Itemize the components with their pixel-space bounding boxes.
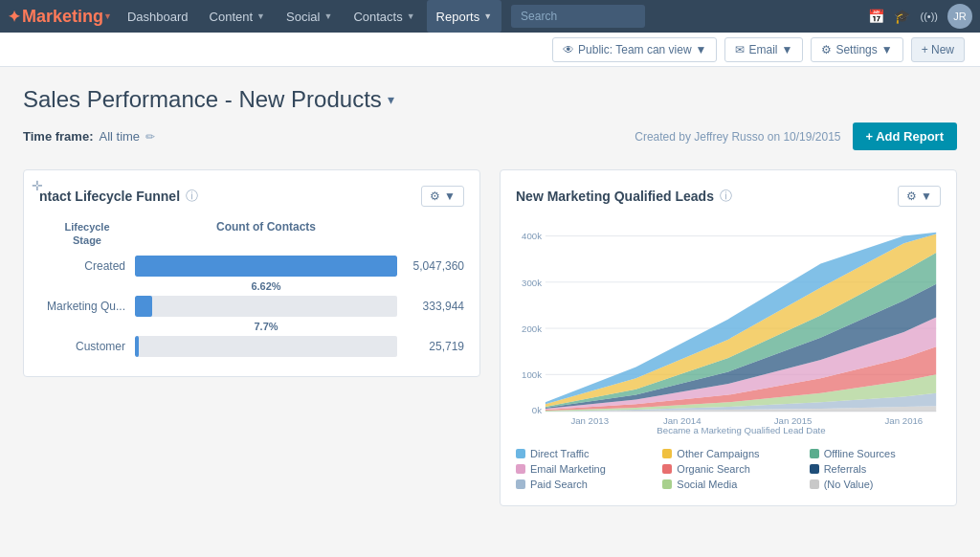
drag-handle-icon[interactable]: ✛ xyxy=(32,178,43,193)
nav-label-social: Social xyxy=(286,10,320,24)
search-input[interactable] xyxy=(511,5,645,28)
nav-item-reports[interactable]: Reports ▼ xyxy=(427,0,501,33)
legend-direct-traffic: Direct Traffic xyxy=(516,448,647,459)
legend-label-referrals: Referrals xyxy=(824,463,867,475)
svg-text:300k: 300k xyxy=(522,278,542,288)
leads-card-title: New Marketing Qualified Leads xyxy=(516,189,714,204)
nav-item-social[interactable]: Social ▼ xyxy=(277,0,342,33)
funnel-pct-spacer-1 xyxy=(39,280,135,292)
nav-item-content[interactable]: Content ▼ xyxy=(200,0,275,33)
leads-gear-button[interactable]: ⚙ ▼ xyxy=(898,186,941,207)
cards-row: ✛ ntact Lifecycle Funnel ⓘ ⚙ ▼ Lifecycle… xyxy=(23,169,957,506)
funnel-gear-chevron-icon: ▼ xyxy=(444,189,456,203)
funnel-stage-created: Created xyxy=(39,259,135,273)
nav-label-dashboard: Dashboard xyxy=(127,10,189,24)
legend-other-campaigns: Other Campaigns xyxy=(662,448,793,459)
brand-logo[interactable]: ✦ Marketing ▼ xyxy=(8,7,112,27)
funnel-row-mql: Marketing Qu... 333,944 xyxy=(39,296,464,317)
funnel-title-group: ntact Lifecycle Funnel ⓘ xyxy=(39,188,198,205)
funnel-pct-bar-2: 7.7% xyxy=(135,321,397,332)
nav-item-contacts[interactable]: Contacts ▼ xyxy=(344,0,424,33)
new-button[interactable]: + New xyxy=(911,37,965,62)
legend-label-organic-search: Organic Search xyxy=(677,463,749,475)
legend-label-offline-sources: Offline Sources xyxy=(824,448,896,459)
legend-dot-referrals xyxy=(810,464,819,474)
leads-card-header: New Marketing Qualified Leads ⓘ ⚙ ▼ xyxy=(516,186,941,207)
brand-name: Marketing xyxy=(22,7,103,27)
funnel-bar-mql xyxy=(135,296,397,317)
legend-dot-no-value xyxy=(810,479,819,489)
funnel-info-icon[interactable]: ⓘ xyxy=(186,188,198,205)
funnel-pct-right-2 xyxy=(397,321,464,332)
legend-label-paid-search: Paid Search xyxy=(530,479,588,490)
email-button[interactable]: ✉ Email ▼ xyxy=(724,37,803,62)
page-title-row: Sales Performance - New Products ▾ xyxy=(23,86,957,113)
meta-right: Created by Jeffrey Russo on 10/19/2015 +… xyxy=(635,123,957,150)
legend-organic-search: Organic Search xyxy=(662,463,793,475)
edit-timeframe-icon[interactable]: ✏ xyxy=(145,130,155,144)
settings-button[interactable]: ⚙ Settings ▼ xyxy=(811,37,902,62)
page-meta-row: Time frame: All time ✏ Created by Jeffre… xyxy=(23,123,957,150)
nav-label-contacts: Contacts xyxy=(353,10,402,24)
funnel-col-count-header: Count of Contacts xyxy=(135,220,397,248)
funnel-count-created: 5,047,360 xyxy=(397,259,464,273)
svg-text:Jan 2016: Jan 2016 xyxy=(885,415,924,426)
add-report-button[interactable]: + Add Report xyxy=(853,123,958,150)
legend-dot-paid-search xyxy=(516,479,525,489)
leads-chart-svg: 400k 300k 200k 100k 0k xyxy=(516,220,941,440)
funnel-count-mql: 333,944 xyxy=(397,300,464,313)
svg-text:400k: 400k xyxy=(522,231,542,241)
settings-chevron-icon: ▼ xyxy=(881,43,893,56)
funnel-gear-button[interactable]: ⚙ ▼ xyxy=(421,186,464,207)
funnel-count-customer: 25,719 xyxy=(397,340,464,353)
new-label: + New xyxy=(922,43,954,56)
legend-dot-offline-sources xyxy=(810,449,819,458)
eye-icon: 👁 xyxy=(563,43,574,56)
funnel-data-mql: Marketing Qu... 333,944 xyxy=(39,296,464,317)
leads-gear-icon: ⚙ xyxy=(906,189,917,203)
page-title: Sales Performance - New Products xyxy=(23,86,382,113)
toolbar-bar: 👁 Public: Team can view ▼ ✉ Email ▼ ⚙ Se… xyxy=(0,33,980,67)
user-avatar[interactable]: JR xyxy=(947,4,972,29)
nav-label-content: Content xyxy=(210,10,254,24)
legend-dot-email-marketing xyxy=(516,464,525,474)
funnel-bar-created xyxy=(135,256,397,277)
settings-label: Settings xyxy=(835,43,877,56)
reports-chevron-icon: ▼ xyxy=(483,11,492,21)
legend-no-value: (No Value) xyxy=(810,479,941,490)
svg-text:Became a Marketing Qualified L: Became a Marketing Qualified Lead Date xyxy=(657,425,825,435)
legend-label-social-media: Social Media xyxy=(677,479,737,490)
leads-gear-chevron-icon: ▼ xyxy=(921,189,932,203)
legend-offline-sources: Offline Sources xyxy=(810,448,941,459)
timeframe-value: All time xyxy=(99,129,140,144)
leads-info-icon[interactable]: ⓘ xyxy=(720,188,732,205)
funnel-card-header: ntact Lifecycle Funnel ⓘ ⚙ ▼ xyxy=(39,186,464,207)
public-visibility-button[interactable]: 👁 Public: Team can view ▼ xyxy=(552,37,717,62)
funnel-fill-created xyxy=(135,256,397,277)
legend-label-email-marketing: Email Marketing xyxy=(530,463,606,475)
hubspot-icon: ✦ xyxy=(8,8,20,26)
timeframe-row: Time frame: All time ✏ xyxy=(23,129,155,144)
funnel-fill-customer xyxy=(135,336,139,357)
nav-item-dashboard[interactable]: Dashboard xyxy=(118,0,198,33)
brand-chevron-icon: ▼ xyxy=(103,11,112,21)
email-label: Email xyxy=(748,43,777,56)
calendar-icon-btn[interactable]: 📅 xyxy=(868,9,884,24)
academy-icon-btn[interactable]: 🎓 xyxy=(894,9,910,24)
top-navigation: ✦ Marketing ▼ Dashboard Content ▼ Social… xyxy=(0,0,980,33)
funnel-header-row: Lifecycle Stage Count of Contacts xyxy=(39,220,464,248)
legend-social-media: Social Media xyxy=(662,479,793,490)
legend-dot-organic-search xyxy=(662,464,672,474)
funnel-card: ✛ ntact Lifecycle Funnel ⓘ ⚙ ▼ Lifecycle… xyxy=(23,169,480,377)
funnel-pct-spacer-2 xyxy=(39,321,135,332)
avatar-initials: JR xyxy=(953,11,966,22)
notifications-icon-btn[interactable]: ((•)) xyxy=(920,11,938,22)
funnel-card-title: ntact Lifecycle Funnel xyxy=(39,189,180,204)
legend-dot-direct-traffic xyxy=(516,449,525,458)
legend-label-direct-traffic: Direct Traffic xyxy=(530,448,590,459)
calendar-icon: 📅 xyxy=(868,9,884,24)
legend-label-other-campaigns: Other Campaigns xyxy=(677,448,759,459)
page-title-chevron-icon[interactable]: ▾ xyxy=(388,92,394,107)
funnel-pct-label-2: 7.7% xyxy=(254,321,278,332)
funnel-data-created: Created 5,047,360 xyxy=(39,256,464,277)
